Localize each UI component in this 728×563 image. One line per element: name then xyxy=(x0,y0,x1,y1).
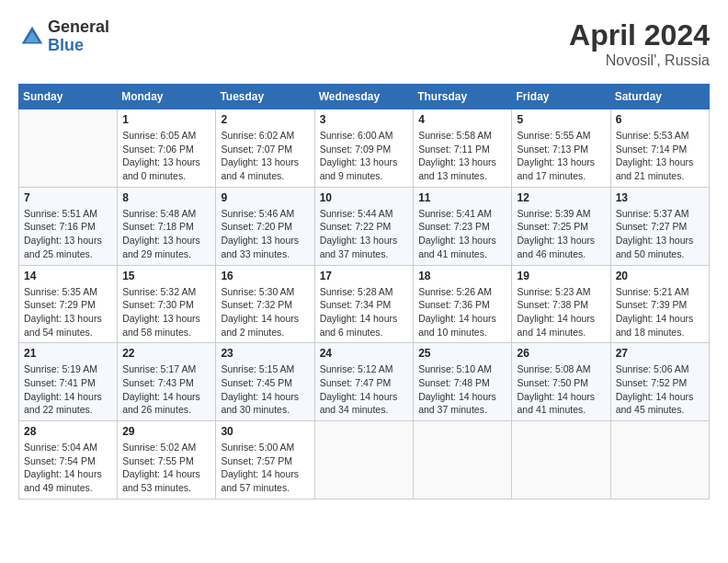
day-info: Sunrise: 5:55 AM Sunset: 7:13 PM Dayligh… xyxy=(517,129,605,183)
day-number: 30 xyxy=(221,425,309,438)
calendar-week-row: 1Sunrise: 6:05 AM Sunset: 7:06 PM Daylig… xyxy=(19,109,710,188)
calendar-cell: 19Sunrise: 5:23 AM Sunset: 7:38 PM Dayli… xyxy=(512,265,610,343)
weekday-header-friday: Friday xyxy=(512,85,610,109)
day-number: 2 xyxy=(221,113,309,126)
day-number: 3 xyxy=(320,113,409,126)
weekday-header-row: SundayMondayTuesdayWednesdayThursdayFrid… xyxy=(19,85,710,109)
logo-general: General xyxy=(48,18,109,37)
calendar-cell: 11Sunrise: 5:41 AM Sunset: 7:23 PM Dayli… xyxy=(414,187,512,265)
day-number: 19 xyxy=(517,270,605,282)
calendar-cell: 18Sunrise: 5:26 AM Sunset: 7:36 PM Dayli… xyxy=(414,265,512,343)
day-info: Sunrise: 5:41 AM Sunset: 7:23 PM Dayligh… xyxy=(418,207,506,261)
day-number: 14 xyxy=(24,270,112,282)
calendar-week-row: 14Sunrise: 5:35 AM Sunset: 7:29 PM Dayli… xyxy=(19,265,710,343)
logo-icon xyxy=(18,23,46,51)
day-info: Sunrise: 5:51 AM Sunset: 7:16 PM Dayligh… xyxy=(24,207,112,261)
calendar-cell: 6Sunrise: 5:53 AM Sunset: 7:14 PM Daylig… xyxy=(610,109,709,188)
day-number: 23 xyxy=(221,347,309,360)
day-info: Sunrise: 5:28 AM Sunset: 7:34 PM Dayligh… xyxy=(320,285,409,339)
day-info: Sunrise: 6:05 AM Sunset: 7:06 PM Dayligh… xyxy=(122,129,210,183)
calendar-cell: 5Sunrise: 5:55 AM Sunset: 7:13 PM Daylig… xyxy=(512,109,610,188)
day-number: 10 xyxy=(320,191,409,204)
calendar-cell: 25Sunrise: 5:10 AM Sunset: 7:48 PM Dayli… xyxy=(414,343,512,421)
day-info: Sunrise: 5:46 AM Sunset: 7:20 PM Dayligh… xyxy=(221,207,309,261)
calendar-cell: 13Sunrise: 5:37 AM Sunset: 7:27 PM Dayli… xyxy=(610,187,709,265)
day-info: Sunrise: 5:26 AM Sunset: 7:36 PM Dayligh… xyxy=(418,285,506,339)
day-number: 29 xyxy=(122,425,210,438)
calendar-cell: 23Sunrise: 5:15 AM Sunset: 7:45 PM Dayli… xyxy=(216,343,314,421)
day-number: 25 xyxy=(418,347,506,360)
day-info: Sunrise: 5:17 AM Sunset: 7:43 PM Dayligh… xyxy=(122,362,210,417)
calendar-cell: 3Sunrise: 6:00 AM Sunset: 7:09 PM Daylig… xyxy=(314,109,414,188)
calendar-cell xyxy=(314,421,414,500)
calendar-cell: 27Sunrise: 5:06 AM Sunset: 7:52 PM Dayli… xyxy=(610,343,709,421)
day-info: Sunrise: 5:37 AM Sunset: 7:27 PM Dayligh… xyxy=(616,207,704,261)
day-info: Sunrise: 5:12 AM Sunset: 7:47 PM Dayligh… xyxy=(320,362,409,417)
day-number: 27 xyxy=(616,347,704,360)
weekday-header-monday: Monday xyxy=(118,85,216,109)
day-info: Sunrise: 5:53 AM Sunset: 7:14 PM Dayligh… xyxy=(616,129,704,183)
calendar-cell: 20Sunrise: 5:21 AM Sunset: 7:39 PM Dayli… xyxy=(610,265,709,343)
calendar-cell: 12Sunrise: 5:39 AM Sunset: 7:25 PM Dayli… xyxy=(512,187,610,265)
calendar-cell: 4Sunrise: 5:58 AM Sunset: 7:11 PM Daylig… xyxy=(414,109,512,188)
calendar-cell: 2Sunrise: 6:02 AM Sunset: 7:07 PM Daylig… xyxy=(216,109,314,188)
day-info: Sunrise: 5:48 AM Sunset: 7:18 PM Dayligh… xyxy=(122,207,210,261)
day-number: 16 xyxy=(221,270,309,282)
calendar-cell: 10Sunrise: 5:44 AM Sunset: 7:22 PM Dayli… xyxy=(314,187,414,265)
day-number: 4 xyxy=(418,113,506,126)
calendar-cell xyxy=(414,421,512,500)
day-info: Sunrise: 5:19 AM Sunset: 7:41 PM Dayligh… xyxy=(24,362,112,417)
day-info: Sunrise: 5:35 AM Sunset: 7:29 PM Dayligh… xyxy=(24,285,112,339)
logo-text: General Blue xyxy=(48,18,109,55)
day-number: 7 xyxy=(24,191,112,204)
day-info: Sunrise: 5:06 AM Sunset: 7:52 PM Dayligh… xyxy=(616,362,704,417)
calendar-cell: 24Sunrise: 5:12 AM Sunset: 7:47 PM Dayli… xyxy=(314,343,414,421)
day-info: Sunrise: 5:21 AM Sunset: 7:39 PM Dayligh… xyxy=(616,285,704,339)
calendar-cell: 30Sunrise: 5:00 AM Sunset: 7:57 PM Dayli… xyxy=(216,421,314,500)
calendar-cell: 21Sunrise: 5:19 AM Sunset: 7:41 PM Dayli… xyxy=(19,343,118,421)
calendar-cell: 29Sunrise: 5:02 AM Sunset: 7:55 PM Dayli… xyxy=(118,421,216,500)
day-info: Sunrise: 5:32 AM Sunset: 7:30 PM Dayligh… xyxy=(122,285,210,339)
day-info: Sunrise: 5:08 AM Sunset: 7:50 PM Dayligh… xyxy=(517,362,605,417)
day-info: Sunrise: 6:00 AM Sunset: 7:09 PM Dayligh… xyxy=(320,129,409,183)
day-number: 22 xyxy=(122,347,210,360)
calendar-cell: 9Sunrise: 5:46 AM Sunset: 7:20 PM Daylig… xyxy=(216,187,314,265)
calendar-cell xyxy=(610,421,709,500)
day-number: 20 xyxy=(616,270,704,282)
day-info: Sunrise: 5:44 AM Sunset: 7:22 PM Dayligh… xyxy=(320,207,409,261)
day-info: Sunrise: 5:39 AM Sunset: 7:25 PM Dayligh… xyxy=(517,207,605,261)
day-info: Sunrise: 5:10 AM Sunset: 7:48 PM Dayligh… xyxy=(418,362,506,417)
day-number: 12 xyxy=(517,191,605,204)
day-number: 18 xyxy=(418,270,506,282)
calendar-cell: 14Sunrise: 5:35 AM Sunset: 7:29 PM Dayli… xyxy=(19,265,118,343)
calendar-cell: 15Sunrise: 5:32 AM Sunset: 7:30 PM Dayli… xyxy=(118,265,216,343)
calendar-cell: 1Sunrise: 6:05 AM Sunset: 7:06 PM Daylig… xyxy=(118,109,216,188)
day-info: Sunrise: 5:23 AM Sunset: 7:38 PM Dayligh… xyxy=(517,285,605,339)
calendar-table: SundayMondayTuesdayWednesdayThursdayFrid… xyxy=(18,84,710,500)
calendar-cell: 8Sunrise: 5:48 AM Sunset: 7:18 PM Daylig… xyxy=(118,187,216,265)
location-title: Novosil', Russia xyxy=(569,52,710,69)
day-number: 15 xyxy=(122,270,210,282)
day-info: Sunrise: 5:58 AM Sunset: 7:11 PM Dayligh… xyxy=(418,129,506,183)
day-number: 9 xyxy=(221,191,309,204)
calendar-cell: 16Sunrise: 5:30 AM Sunset: 7:32 PM Dayli… xyxy=(216,265,314,343)
day-number: 24 xyxy=(320,347,409,360)
calendar-week-row: 28Sunrise: 5:04 AM Sunset: 7:54 PM Dayli… xyxy=(19,421,710,500)
calendar-cell: 22Sunrise: 5:17 AM Sunset: 7:43 PM Dayli… xyxy=(118,343,216,421)
calendar-cell xyxy=(19,109,118,188)
day-number: 1 xyxy=(122,113,210,126)
calendar-week-row: 21Sunrise: 5:19 AM Sunset: 7:41 PM Dayli… xyxy=(19,343,710,421)
weekday-header-thursday: Thursday xyxy=(414,85,512,109)
calendar-cell: 26Sunrise: 5:08 AM Sunset: 7:50 PM Dayli… xyxy=(512,343,610,421)
weekday-header-wednesday: Wednesday xyxy=(314,85,414,109)
day-number: 8 xyxy=(122,191,210,204)
day-number: 17 xyxy=(320,270,409,282)
day-number: 11 xyxy=(418,191,506,204)
logo: General Blue xyxy=(18,18,109,55)
weekday-header-sunday: Sunday xyxy=(19,85,118,109)
weekday-header-tuesday: Tuesday xyxy=(216,85,314,109)
day-number: 21 xyxy=(24,347,112,360)
calendar-cell: 17Sunrise: 5:28 AM Sunset: 7:34 PM Dayli… xyxy=(314,265,414,343)
weekday-header-saturday: Saturday xyxy=(610,85,709,109)
title-block: April 2024 Novosil', Russia xyxy=(569,18,710,69)
